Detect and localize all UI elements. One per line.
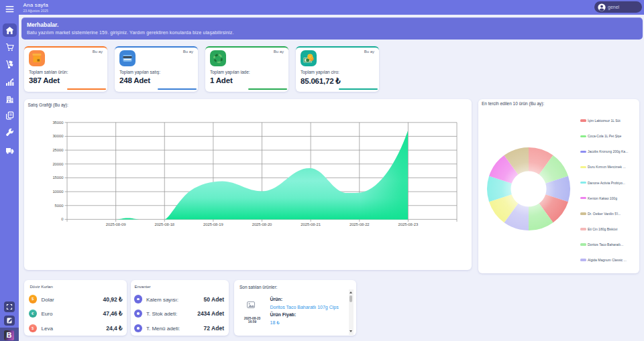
svg-text:25000: 25000 [52, 148, 63, 153]
svg-text:2025-08-18: 2025-08-18 [154, 222, 174, 227]
svg-text:5000: 5000 [54, 204, 63, 208]
svg-text:10000: 10000 [52, 190, 63, 194]
svg-text:2025-08-20: 2025-08-20 [252, 222, 272, 227]
svg-text:30000: 30000 [52, 134, 63, 139]
svg-text:35000: 35000 [52, 121, 63, 125]
svg-text:15000: 15000 [52, 176, 63, 180]
svg-text:2025-08-23: 2025-08-23 [398, 222, 418, 227]
svg-text:2025-08-22: 2025-08-22 [349, 222, 369, 227]
svg-text:20000: 20000 [52, 162, 63, 167]
svg-text:0: 0 [61, 217, 63, 222]
svg-text:2025-08-09: 2025-08-09 [105, 222, 125, 227]
svg-text:2025-08-21: 2025-08-21 [301, 222, 321, 227]
svg-text:2025-08-19: 2025-08-19 [203, 222, 223, 227]
